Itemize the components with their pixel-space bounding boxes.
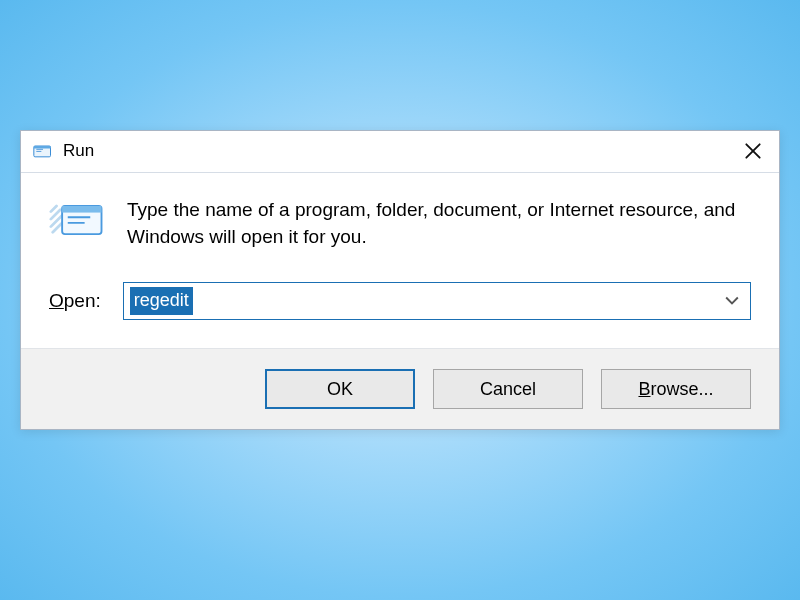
command-input[interactable]: regedit bbox=[130, 287, 193, 314]
chevron-down-icon bbox=[725, 296, 739, 306]
combobox-dropdown-button[interactable] bbox=[722, 296, 742, 306]
button-row: OK Cancel Browse... bbox=[21, 348, 779, 429]
open-combobox[interactable]: regedit bbox=[123, 282, 751, 320]
svg-rect-3 bbox=[62, 206, 101, 213]
ok-button[interactable]: OK bbox=[265, 369, 415, 409]
browse-accelerator: B bbox=[638, 379, 650, 400]
window-title: Run bbox=[63, 141, 94, 161]
open-accelerator: O bbox=[49, 290, 64, 311]
browse-button[interactable]: Browse... bbox=[601, 369, 751, 409]
run-icon-large bbox=[49, 197, 109, 245]
close-button[interactable] bbox=[739, 137, 767, 165]
close-icon bbox=[745, 143, 761, 159]
run-dialog-window: Run Type the name of a program, folder, … bbox=[20, 130, 780, 430]
titlebar: Run bbox=[21, 131, 779, 173]
svg-rect-1 bbox=[34, 146, 51, 149]
dialog-description: Type the name of a program, folder, docu… bbox=[127, 197, 751, 250]
hero-row: Type the name of a program, folder, docu… bbox=[49, 197, 751, 250]
cancel-button[interactable]: Cancel bbox=[433, 369, 583, 409]
run-icon-small bbox=[33, 143, 53, 159]
open-row: Open: regedit bbox=[49, 282, 751, 320]
dialog-body: Type the name of a program, folder, docu… bbox=[21, 173, 779, 348]
open-label: Open: bbox=[49, 290, 101, 312]
